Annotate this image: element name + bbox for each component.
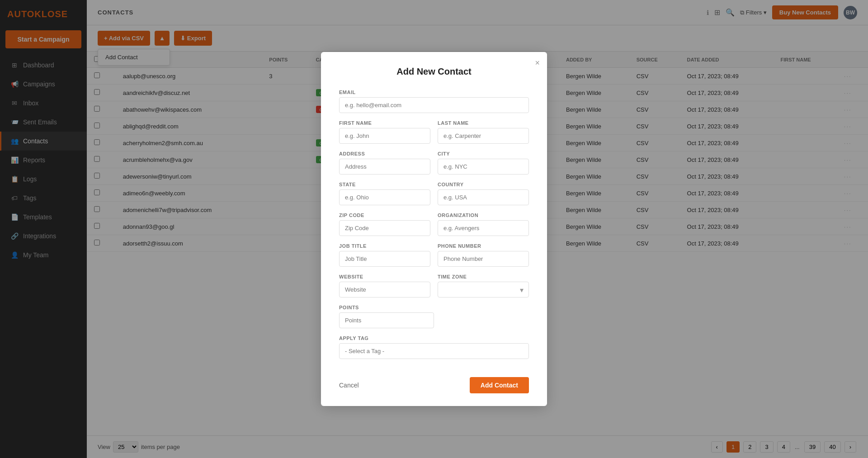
address-input[interactable] xyxy=(339,159,430,175)
organization-label: ORGANIZATION xyxy=(438,212,529,218)
state-input[interactable] xyxy=(339,189,430,205)
apply-tag-input[interactable] xyxy=(339,343,529,359)
address-field-group: ADDRESS xyxy=(339,151,430,175)
organization-field-group: ORGANIZATION xyxy=(438,212,529,236)
phone-input[interactable] xyxy=(438,251,529,267)
email-input[interactable] xyxy=(339,97,529,113)
modal-overlay[interactable]: × Add New Contact EMAIL FIRST NAME LAST … xyxy=(0,0,868,458)
phone-label: PHONE NUMBER xyxy=(438,243,529,249)
job-title-label: JOB TITLE xyxy=(339,243,430,249)
modal-close-button[interactable]: × xyxy=(535,58,540,68)
last-name-input[interactable] xyxy=(438,128,529,144)
state-field-group: STATE xyxy=(339,182,430,205)
address-label: ADDRESS xyxy=(339,151,430,156)
points-label: POINTS xyxy=(339,305,529,310)
address-row: ADDRESS CITY xyxy=(339,151,529,182)
timezone-select-wrapper: UTC-12 UTC-8 (PST) UTC-5 (EST) UTC+0 (GM… xyxy=(438,282,529,297)
points-input[interactable] xyxy=(339,312,434,328)
city-input[interactable] xyxy=(438,159,529,175)
website-field-group: WEBSITE xyxy=(339,274,430,297)
timezone-label: TIME ZONE xyxy=(438,274,529,279)
timezone-field-group: TIME ZONE UTC-12 UTC-8 (PST) UTC-5 (EST)… xyxy=(438,274,529,297)
modal-title: Add New Contact xyxy=(339,66,529,77)
job-title-input[interactable] xyxy=(339,251,430,267)
zip-input[interactable] xyxy=(339,220,430,236)
first-name-input[interactable] xyxy=(339,128,430,144)
phone-field-group: PHONE NUMBER xyxy=(438,243,529,267)
timezone-select[interactable]: UTC-12 UTC-8 (PST) UTC-5 (EST) UTC+0 (GM… xyxy=(438,282,529,297)
apply-tag-label: APPLY TAG xyxy=(339,335,529,341)
email-label: EMAIL xyxy=(339,90,529,95)
city-field-group: CITY xyxy=(438,151,529,175)
modal-footer: Cancel Add Contact xyxy=(339,370,529,393)
first-name-field-group: FIRST NAME xyxy=(339,120,430,144)
last-name-label: LAST NAME xyxy=(438,120,529,126)
first-name-label: FIRST NAME xyxy=(339,120,430,126)
country-input[interactable] xyxy=(438,189,529,205)
zip-field-group: ZIP CODE xyxy=(339,212,430,236)
state-label: STATE xyxy=(339,182,430,187)
website-label: WEBSITE xyxy=(339,274,430,279)
website-timezone-row: WEBSITE TIME ZONE UTC-12 UTC-8 (PST) UTC… xyxy=(339,274,529,305)
zip-org-row: ZIP CODE ORGANIZATION xyxy=(339,212,529,243)
job-title-field-group: JOB TITLE xyxy=(339,243,430,267)
organization-input[interactable] xyxy=(438,220,529,236)
email-field-group: EMAIL xyxy=(339,90,529,113)
apply-tag-field-group: APPLY TAG xyxy=(339,335,529,359)
country-label: COUNTRY xyxy=(438,182,529,187)
job-phone-row: JOB TITLE PHONE NUMBER xyxy=(339,243,529,274)
add-contact-modal: × Add New Contact EMAIL FIRST NAME LAST … xyxy=(321,52,547,406)
zip-label: ZIP CODE xyxy=(339,212,430,218)
state-country-row: STATE COUNTRY xyxy=(339,182,529,212)
last-name-field-group: LAST NAME xyxy=(438,120,529,144)
name-row: FIRST NAME LAST NAME xyxy=(339,120,529,151)
cancel-button[interactable]: Cancel xyxy=(339,382,359,389)
city-label: CITY xyxy=(438,151,529,156)
add-contact-button[interactable]: Add Contact xyxy=(470,377,529,393)
points-field-group: POINTS xyxy=(339,305,529,328)
country-field-group: COUNTRY xyxy=(438,182,529,205)
website-input[interactable] xyxy=(339,282,430,297)
